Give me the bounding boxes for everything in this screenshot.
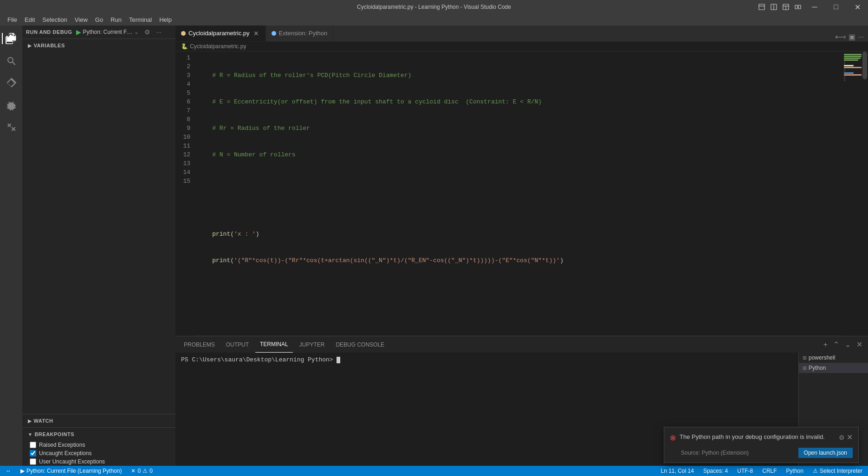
layout-icons — [757, 2, 803, 12]
breakpoints-header[interactable]: ▼ BREAKPOINTS — [22, 428, 175, 441]
terminal-powershell-label: powershell — [809, 354, 835, 361]
watch-header[interactable]: ▶ WATCH — [22, 414, 175, 427]
terminal-session-powershell[interactable]: ⊞ powershell — [799, 353, 868, 363]
code-content[interactable]: # R = Radius of the roller's PCD(Pitch C… — [194, 51, 840, 336]
activity-git[interactable] — [2, 74, 20, 92]
window-controls[interactable]: ─ □ ✕ — [804, 0, 868, 14]
variables-header[interactable]: ▶ VARIABLES — [22, 39, 175, 52]
svg-rect-0 — [759, 4, 764, 10]
code-editor[interactable]: 1 2 3 4 5 6 7 8 9 10 11 12 13 14 15 # R … — [175, 51, 868, 336]
code-line-11: print('y : ') — [194, 335, 840, 336]
activity-debug[interactable] — [2, 96, 20, 115]
activity-search[interactable] — [2, 51, 20, 70]
editor-layout-button[interactable]: ▣ — [849, 32, 855, 41]
activity-bar — [0, 26, 22, 466]
menu-edit[interactable]: Edit — [21, 15, 39, 24]
bp-raised-label: Raised Exceptions — [39, 442, 85, 448]
svg-rect-8 — [798, 5, 801, 9]
error-icon: ✕ — [131, 468, 136, 474]
status-remote[interactable]: ↔ — [4, 466, 13, 476]
code-line-3: # Rr = Radius of the roller — [194, 124, 840, 133]
minimize-button[interactable]: ─ — [804, 0, 825, 14]
window-title: Cycloidalparametric.py - Learning Python… — [357, 4, 511, 10]
split-editor-button[interactable]: ⟻ — [835, 32, 846, 41]
panel-tab-jupyter[interactable]: JUPYTER — [295, 336, 330, 353]
close-button[interactable]: ✕ — [847, 0, 868, 14]
panel-tab-output[interactable]: OUTPUT — [221, 336, 253, 353]
scrollbar-thumb[interactable] — [862, 51, 867, 79]
status-position[interactable]: Ln 11, Col 14 — [659, 466, 695, 476]
scrollbar-track[interactable] — [862, 51, 868, 336]
run-debug-button[interactable]: ▶ Python: Current F… ⌄ — [74, 27, 141, 37]
menu-file[interactable]: File — [4, 15, 21, 24]
terminal-session-python[interactable]: ⊞ Python — [799, 363, 868, 373]
main-area: RUN AND DEBUG ▶ Python: Current F… ⌄ ⚙ ·… — [0, 26, 868, 466]
panel-tabs: PROBLEMS OUTPUT TERMINAL JUPYTER DEBUG C… — [175, 336, 868, 353]
layout-icon-2[interactable] — [769, 2, 779, 12]
status-language[interactable]: Python — [784, 466, 805, 476]
breadcrumb-icon: 🐍 — [181, 43, 188, 50]
tab-extension-python[interactable]: Extension: Python — [266, 26, 334, 41]
status-language-text: Python — [786, 468, 803, 474]
run-debug-label: RUN AND DEBUG — [26, 29, 72, 35]
editor-more-button[interactable]: ··· — [858, 33, 864, 41]
panel-controls: + ⌃ ⌄ ✕ — [822, 339, 864, 350]
debug-more-button[interactable]: ··· — [154, 27, 163, 37]
notification-action-button[interactable]: Open launch.json — [798, 448, 853, 458]
notification-close-button[interactable]: ✕ — [847, 433, 853, 442]
terminal-cursor — [337, 357, 340, 363]
layout-icon-1[interactable] — [757, 2, 767, 12]
panel-tab-problems[interactable]: PROBLEMS — [179, 336, 220, 353]
menu-run[interactable]: Run — [107, 15, 125, 24]
menu-view[interactable]: View — [71, 15, 91, 24]
status-position-text: Ln 11, Col 14 — [661, 468, 693, 474]
tabs-bar: Cycloidalparametric.py ✕ Extension: Pyth… — [175, 26, 868, 42]
panel-chevron-up[interactable]: ⌃ — [831, 339, 841, 350]
status-bar: ↔ ▶ Python: Current File (Learning Pytho… — [0, 466, 868, 476]
status-encoding[interactable]: UTF-8 — [735, 466, 755, 476]
status-line-ending[interactable]: CRLF — [760, 466, 778, 476]
panel-close[interactable]: ✕ — [855, 339, 864, 350]
maximize-button[interactable]: □ — [825, 0, 847, 14]
panel-tab-terminal[interactable]: TERMINAL — [255, 336, 293, 353]
tab-cycloidalparametric[interactable]: Cycloidalparametric.py ✕ — [175, 26, 266, 41]
panel-tab-debug-console[interactable]: DEBUG CONSOLE — [331, 336, 389, 353]
layout-icon-3[interactable] — [781, 2, 791, 12]
bp-user-uncaught-checkbox[interactable] — [30, 458, 36, 465]
breadcrumb-text: Cycloidalparametric.py — [190, 43, 246, 50]
breakpoints-chevron: ▼ — [28, 432, 32, 437]
menu-go[interactable]: Go — [91, 15, 107, 24]
menu-selection[interactable]: Selection — [39, 15, 71, 24]
terminal-content: PS C:\Users\saura\Desktop\Learning Pytho… — [181, 356, 793, 363]
notification-gear-button[interactable]: ⚙ — [839, 434, 845, 441]
bp-uncaught-checkbox[interactable] — [30, 450, 36, 457]
bp-raised-checkbox[interactable] — [30, 442, 36, 448]
panel-add-button[interactable]: + — [822, 340, 829, 350]
code-line-7: print('x : ') — [194, 230, 840, 238]
status-interpreter-text: Select Interpreter — [820, 468, 862, 474]
notification: ⊗ The Python path in your debug configur… — [664, 427, 859, 463]
debug-config-text: Python: Current F… — [83, 29, 133, 35]
activity-extensions[interactable] — [2, 118, 20, 137]
status-errors[interactable]: ✕ 0 ⚠ 0 — [129, 466, 154, 476]
panel-chevron-down[interactable]: ⌄ — [843, 339, 853, 350]
bp-raised-exceptions: Raised Exceptions — [22, 441, 175, 449]
line-numbers: 1 2 3 4 5 6 7 8 9 10 11 12 13 14 15 — [175, 51, 194, 336]
terminal-python-icon: ⊞ — [803, 365, 807, 371]
debug-gear-button[interactable]: ⚙ — [143, 27, 152, 37]
status-interpreter[interactable]: ⚠ Select Interpreter — [811, 466, 864, 476]
status-spaces[interactable]: Spaces: 4 — [701, 466, 730, 476]
layout-icon-4[interactable] — [793, 2, 803, 12]
tab-ext-icon — [272, 31, 276, 36]
status-debug[interactable]: ▶ Python: Current File (Learning Python) — [19, 466, 123, 476]
status-right: Ln 11, Col 14 Spaces: 4 UTF-8 CRLF Pytho… — [659, 466, 864, 476]
menu-help[interactable]: Help — [155, 15, 175, 24]
menu-bar: File Edit Selection View Go Run Terminal… — [0, 14, 868, 26]
activity-explorer[interactable] — [2, 29, 20, 48]
menu-terminal[interactable]: Terminal — [125, 15, 155, 24]
status-left: ↔ ▶ Python: Current File (Learning Pytho… — [4, 466, 155, 476]
status-encoding-text: UTF-8 — [737, 468, 753, 474]
status-debug-label: Python: Current File (Learning Python) — [26, 468, 122, 474]
tab-cycloidalparametric-close[interactable]: ✕ — [253, 30, 260, 37]
bp-user-uncaught-exceptions: User Uncaught Exceptions — [22, 457, 175, 466]
